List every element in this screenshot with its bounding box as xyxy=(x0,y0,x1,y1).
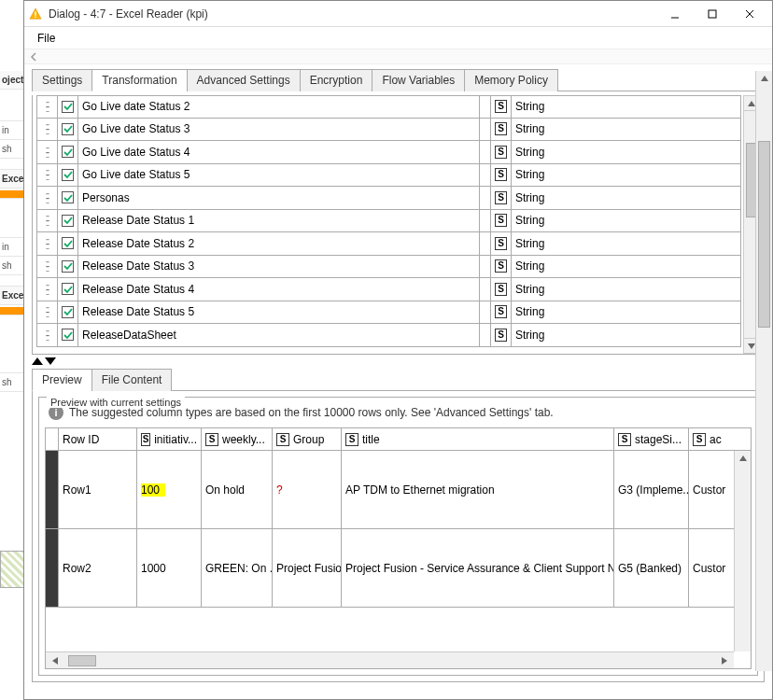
include-checkbox[interactable] xyxy=(62,101,74,113)
include-checkbox[interactable] xyxy=(62,169,74,181)
type-name-cell[interactable]: String xyxy=(512,278,740,301)
column-name-cell[interactable]: Release Date Status 2 xyxy=(78,232,480,255)
grid-scroll-right-icon[interactable] xyxy=(717,656,732,665)
include-checkbox[interactable] xyxy=(62,146,74,158)
content-area: Settings Transformation Advanced Setting… xyxy=(24,64,772,699)
svg-rect-2 xyxy=(35,16,35,17)
grid-vscroll[interactable] xyxy=(734,451,751,651)
column-name-cell[interactable]: Go Live date Status 4 xyxy=(78,141,480,163)
table-row[interactable]: Row21000GREEN: On ...Project FusionProje… xyxy=(46,529,734,608)
drag-handle-icon[interactable]: :::: xyxy=(37,119,58,141)
gap-cell xyxy=(480,232,491,255)
drag-handle-icon[interactable]: :::: xyxy=(37,301,58,324)
minimize-button[interactable] xyxy=(656,3,694,25)
include-checkbox[interactable] xyxy=(62,306,74,318)
window-vscroll[interactable] xyxy=(755,71,772,671)
column-name-cell[interactable]: Release Date Status 3 xyxy=(78,256,480,278)
include-checkbox[interactable] xyxy=(62,191,74,203)
type-icon-cell: S xyxy=(491,141,512,163)
header-weekly[interactable]: Sweekly... xyxy=(202,428,273,450)
column-name-cell[interactable]: Go Live date Status 2 xyxy=(78,96,480,118)
cell-title: AP TDM to Ethernet migration xyxy=(342,451,614,528)
include-checkbox[interactable] xyxy=(62,283,74,295)
drag-handle-icon[interactable]: :::: xyxy=(37,141,58,163)
cell-rowid: Row2 xyxy=(59,529,137,607)
cell-group: ? xyxy=(273,451,342,528)
close-button[interactable] xyxy=(731,3,768,25)
cell-ac: Custor xyxy=(689,529,726,607)
include-checkbox[interactable] xyxy=(62,123,74,135)
window-scroll-thumb[interactable] xyxy=(758,141,770,328)
header-initiativ[interactable]: Sinitiativ... xyxy=(137,428,202,450)
type-name-cell[interactable]: String xyxy=(512,256,740,278)
type-icon-cell: S xyxy=(491,256,512,278)
header-title[interactable]: Stitle xyxy=(342,428,614,450)
drag-handle-icon[interactable]: :::: xyxy=(37,187,58,209)
include-checkbox[interactable] xyxy=(62,215,74,227)
type-icon-cell: S xyxy=(491,232,512,255)
column-name-cell[interactable]: Personas xyxy=(78,187,480,209)
header-stage[interactable]: SstageSi... xyxy=(614,428,689,450)
drag-handle-icon[interactable]: :::: xyxy=(37,232,58,255)
tab-preview[interactable]: Preview xyxy=(32,369,92,391)
tab-advanced-settings[interactable]: Advanced Settings xyxy=(187,69,301,91)
tab-transformation[interactable]: Transformation xyxy=(91,69,187,91)
column-name-cell[interactable]: Go Live date Status 3 xyxy=(78,119,480,141)
drag-handle-icon[interactable]: :::: xyxy=(37,96,58,118)
splitter[interactable] xyxy=(32,355,765,368)
type-icon-cell: S xyxy=(491,96,512,118)
column-name-cell[interactable]: Go Live date Status 5 xyxy=(78,164,480,187)
grid-scroll-up-icon[interactable] xyxy=(735,451,751,466)
column-name-cell[interactable]: Release Date Status 1 xyxy=(78,210,480,232)
preview-panel: Preview with current settings i The sugg… xyxy=(32,391,765,682)
cell-weekly: GREEN: On ... xyxy=(202,529,273,607)
drag-handle-icon[interactable]: :::: xyxy=(37,278,58,301)
column-table: ::::Go Live date Status 2SString::::Go L… xyxy=(36,95,741,354)
grid-scroll-left-icon[interactable] xyxy=(48,656,63,665)
tab-encryption[interactable]: Encryption xyxy=(300,69,373,91)
tab-memory-policy[interactable]: Memory Policy xyxy=(464,69,558,91)
type-name-cell[interactable]: String xyxy=(512,187,740,209)
grid-header: Row ID Sinitiativ... Sweekly... SGroup S… xyxy=(46,428,751,451)
cell-rowid: Row1 xyxy=(59,451,137,528)
preview-info-text: The suggested column types are based on … xyxy=(69,406,554,419)
include-checkbox[interactable] xyxy=(62,260,74,273)
type-name-cell[interactable]: String xyxy=(512,210,740,232)
header-rowid[interactable]: Row ID xyxy=(59,428,137,450)
grid-hscroll[interactable] xyxy=(46,651,734,668)
type-name-cell[interactable]: String xyxy=(512,324,740,346)
column-name-cell[interactable]: Release Date Status 5 xyxy=(78,301,480,324)
type-name-cell[interactable]: String xyxy=(512,301,740,324)
window-scroll-up-icon[interactable] xyxy=(756,71,772,86)
type-name-cell[interactable]: String xyxy=(512,141,740,163)
drag-handle-icon[interactable]: :::: xyxy=(37,324,58,346)
grid-hscroll-thumb[interactable] xyxy=(68,655,96,666)
include-checkbox[interactable] xyxy=(62,329,74,341)
column-name-cell[interactable]: Release Date Status 4 xyxy=(78,278,480,301)
toolbar-strip xyxy=(24,49,772,64)
type-name-cell[interactable]: String xyxy=(512,119,740,141)
column-name-cell[interactable]: ReleaseDataSheet xyxy=(78,324,480,346)
drag-handle-icon[interactable]: :::: xyxy=(37,256,58,278)
tab-settings[interactable]: Settings xyxy=(32,69,92,91)
table-row[interactable]: Row1100On hold?AP TDM to Ethernet migrat… xyxy=(46,451,734,529)
tab-file-content[interactable]: File Content xyxy=(91,369,173,391)
svg-marker-8 xyxy=(748,343,755,349)
preview-tabs: Preview File Content xyxy=(32,368,765,391)
cell-title: Project Fusion - Service Assurance & Cli… xyxy=(342,529,614,607)
tab-flow-variables[interactable]: Flow Variables xyxy=(372,69,465,91)
header-group[interactable]: SGroup xyxy=(273,428,342,450)
row-selector[interactable] xyxy=(46,529,59,607)
cell-weekly: On hold xyxy=(202,451,273,528)
type-name-cell[interactable]: String xyxy=(512,96,740,118)
maximize-button[interactable] xyxy=(694,3,731,25)
header-ac[interactable]: Sac xyxy=(689,428,726,450)
type-name-cell[interactable]: String xyxy=(512,164,740,187)
back-icon[interactable] xyxy=(28,51,39,63)
include-checkbox[interactable] xyxy=(62,237,74,249)
drag-handle-icon[interactable]: :::: xyxy=(37,164,58,187)
menu-file[interactable]: File xyxy=(32,30,61,47)
row-selector[interactable] xyxy=(46,451,59,528)
type-name-cell[interactable]: String xyxy=(512,232,740,255)
drag-handle-icon[interactable]: :::: xyxy=(37,210,58,232)
